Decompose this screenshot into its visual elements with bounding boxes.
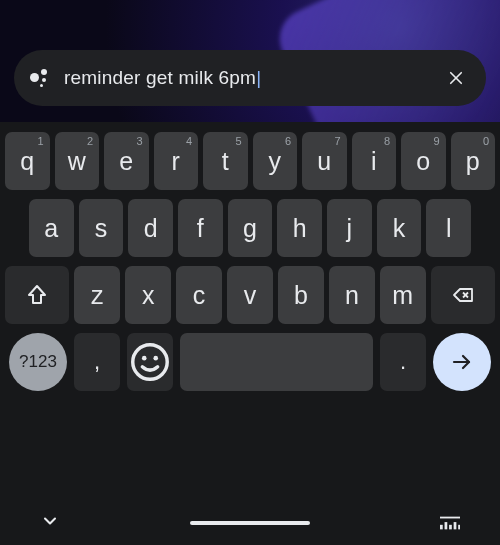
key-z[interactable]: z [74, 266, 120, 324]
key-l[interactable]: l [426, 199, 471, 257]
key-o[interactable]: o9 [401, 132, 446, 190]
search-query-text: reminder get milk 6pm [64, 67, 256, 88]
svg-point-5 [142, 356, 147, 361]
gesture-handle[interactable] [190, 521, 310, 525]
backspace-icon [451, 283, 475, 307]
key-n[interactable]: n [329, 266, 375, 324]
key-m[interactable]: m [380, 266, 426, 324]
keyboard-row-2: a s d f g h j k l [5, 199, 495, 257]
keyboard-icon [440, 513, 460, 533]
keyboard-row-3: z x c v b n m [5, 266, 495, 324]
key-b[interactable]: b [278, 266, 324, 324]
key-i[interactable]: i8 [352, 132, 397, 190]
key-u[interactable]: u7 [302, 132, 347, 190]
key-c[interactable]: c [176, 266, 222, 324]
key-w[interactable]: w2 [55, 132, 100, 190]
key-p[interactable]: p0 [451, 132, 496, 190]
key-f[interactable]: f [178, 199, 223, 257]
key-q[interactable]: q1 [5, 132, 50, 190]
key-enter[interactable] [433, 333, 491, 391]
key-v[interactable]: v [227, 266, 273, 324]
key-backspace[interactable] [431, 266, 495, 324]
key-a[interactable]: a [29, 199, 74, 257]
key-s[interactable]: s [79, 199, 124, 257]
keyboard-switch-button[interactable] [440, 513, 460, 533]
svg-rect-10 [449, 525, 452, 530]
key-r[interactable]: r4 [154, 132, 199, 190]
key-h[interactable]: h [277, 199, 322, 257]
assistant-search-bar[interactable]: reminder get milk 6pm| [14, 50, 486, 106]
keyboard-row-1: q1 w2 e3 r4 t5 y6 u7 i8 o9 p0 [5, 132, 495, 190]
text-cursor: | [256, 67, 261, 88]
key-y[interactable]: y6 [253, 132, 298, 190]
key-j[interactable]: j [327, 199, 372, 257]
key-t[interactable]: t5 [203, 132, 248, 190]
key-symbols[interactable]: ?123 [9, 333, 67, 391]
svg-rect-8 [440, 525, 443, 530]
key-k[interactable]: k [377, 199, 422, 257]
key-period[interactable]: . [380, 333, 426, 391]
keyboard-collapse-button[interactable] [40, 511, 60, 535]
shift-icon [25, 283, 49, 307]
key-d[interactable]: d [128, 199, 173, 257]
key-e[interactable]: e3 [104, 132, 149, 190]
search-input[interactable]: reminder get milk 6pm| [64, 67, 442, 89]
svg-rect-13 [440, 517, 460, 519]
svg-rect-12 [458, 525, 460, 530]
key-space[interactable] [180, 333, 373, 391]
svg-rect-11 [454, 522, 457, 529]
svg-point-6 [153, 356, 158, 361]
key-g[interactable]: g [228, 199, 273, 257]
emoji-icon [127, 339, 173, 385]
svg-point-4 [133, 345, 167, 379]
key-shift[interactable] [5, 266, 69, 324]
system-nav-bar [0, 501, 500, 545]
svg-rect-9 [445, 522, 448, 529]
google-assistant-icon [30, 68, 50, 88]
chevron-down-icon [40, 511, 60, 531]
close-icon [447, 69, 465, 87]
arrow-right-icon [450, 350, 474, 374]
keyboard-row-4: ?123 , . [5, 333, 495, 391]
on-screen-keyboard: q1 w2 e3 r4 t5 y6 u7 i8 o9 p0 a s d f g … [0, 122, 500, 545]
key-x[interactable]: x [125, 266, 171, 324]
key-emoji[interactable] [127, 333, 173, 391]
key-comma[interactable]: , [74, 333, 120, 391]
clear-button[interactable] [442, 64, 470, 92]
